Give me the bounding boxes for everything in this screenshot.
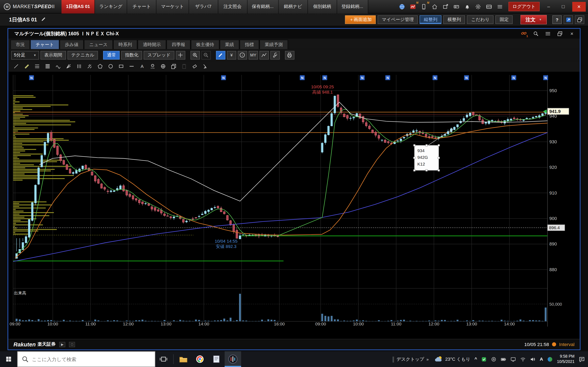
- window-tab-9[interactable]: 指標: [240, 40, 259, 49]
- taskbar-chrome-button[interactable]: [192, 351, 208, 367]
- rect-icon[interactable]: [116, 62, 126, 70]
- home-icon[interactable]: [431, 3, 438, 10]
- wifi-icon[interactable]: [520, 356, 526, 362]
- chart-settings-button[interactable]: [270, 51, 280, 59]
- news-marker[interactable]: N: [29, 75, 34, 80]
- display-period-button[interactable]: 表示期間: [40, 51, 66, 59]
- vlines-icon[interactable]: [74, 62, 84, 70]
- mode-button-2[interactable]: スプレッド: [144, 51, 174, 59]
- market-app-icon[interactable]: N: [409, 3, 416, 10]
- chart-type-button[interactable]: [259, 51, 269, 59]
- hlines-icon[interactable]: [32, 62, 42, 70]
- mypage-manage-button[interactable]: マイページ管理: [378, 15, 418, 24]
- news-marker[interactable]: N: [385, 75, 390, 80]
- text-icon[interactable]: A: [137, 62, 147, 70]
- print-button[interactable]: [285, 51, 294, 59]
- topbar-tab-1[interactable]: ランキング: [95, 0, 127, 13]
- news-marker[interactable]: N: [300, 75, 305, 80]
- mode-button-1[interactable]: 指数化: [121, 51, 142, 59]
- add-window-icon[interactable]: [442, 3, 449, 10]
- taskbar-clock[interactable]: 9:58 PM 10/5/2021: [557, 354, 575, 364]
- ime-mode-icon[interactable]: [547, 356, 553, 362]
- note-annotation[interactable]: 934942GK12: [414, 128, 453, 171]
- link-group-icon[interactable]: 1: [520, 30, 528, 37]
- window-tab-8[interactable]: 業績: [220, 40, 239, 49]
- stamp-icon[interactable]: ICON: [148, 62, 157, 70]
- window-tab-10[interactable]: 業績予測: [259, 40, 288, 49]
- zoom-in-button[interactable]: [190, 51, 200, 59]
- maximize-button[interactable]: □: [558, 2, 569, 11]
- crosshair-button[interactable]: [176, 51, 185, 59]
- tray-expand-icon[interactable]: ^: [475, 357, 477, 362]
- topbar-tab-8[interactable]: 個別銘柄: [308, 0, 337, 13]
- pitchfork-icon[interactable]: [85, 62, 94, 70]
- topbar-tab-2[interactable]: チャート: [127, 0, 156, 13]
- window-titlebar[interactable]: マルチツール(個別銘柄) 1605 ＩＮＰＥＸ Chi-X 1 ×: [8, 29, 580, 39]
- window-close-icon[interactable]: ×: [568, 30, 576, 37]
- window-menu-icon[interactable]: [544, 30, 552, 37]
- taskbar-explorer-button[interactable]: [175, 351, 192, 367]
- topbar-tab-7[interactable]: 銘柄ナビ: [278, 0, 308, 13]
- toolbar-handle[interactable]: ║: [392, 356, 394, 362]
- search-input[interactable]: [17, 352, 155, 367]
- globe-icon[interactable]: [398, 3, 406, 10]
- pin-layout-button[interactable]: 固定: [495, 15, 513, 24]
- topbar-tab-4[interactable]: ザラバ7: [189, 0, 218, 13]
- hlines-dense-icon[interactable]: [43, 62, 52, 70]
- desktop-chevrons-icon[interactable]: »: [426, 357, 429, 361]
- help-button[interactable]: ?: [553, 15, 562, 24]
- news-marker[interactable]: N: [511, 75, 516, 80]
- clear-icon[interactable]: [200, 62, 210, 70]
- tray-app-icon[interactable]: [481, 356, 487, 362]
- tray-camera-icon[interactable]: [491, 356, 497, 362]
- topbar-tab-5[interactable]: 注文照会: [218, 0, 247, 13]
- edit-pencil-icon[interactable]: [40, 16, 46, 23]
- hline-icon[interactable]: [127, 62, 136, 70]
- trendline-icon[interactable]: [11, 62, 21, 70]
- mini-window-button[interactable]: □: [69, 342, 75, 347]
- copy-icon[interactable]: [169, 62, 178, 70]
- mode-button-0[interactable]: 通常: [103, 51, 120, 59]
- symbol-search-icon[interactable]: [532, 30, 540, 37]
- news-marker[interactable]: N: [464, 75, 469, 80]
- custom-layout-button[interactable]: こだわり: [467, 15, 494, 24]
- ime-language-button[interactable]: A: [540, 357, 543, 362]
- window-tab-1[interactable]: チャート: [30, 40, 59, 49]
- news-marker[interactable]: N: [433, 75, 438, 80]
- technical-button[interactable]: テクニカル: [68, 51, 98, 59]
- phone-icon[interactable]: N: [420, 3, 427, 10]
- polygon-icon[interactable]: [95, 62, 105, 70]
- window-layout-button[interactable]: [575, 15, 584, 24]
- start-button[interactable]: [0, 351, 17, 367]
- window-tab-7[interactable]: 株主優待: [191, 40, 219, 49]
- notification-center-icon[interactable]: [579, 356, 585, 362]
- news-marker[interactable]: N: [543, 75, 548, 80]
- draw-pencil-button[interactable]: [216, 51, 225, 59]
- taskbar-search[interactable]: [17, 351, 155, 367]
- window-tab-4[interactable]: 時系列: [113, 40, 138, 49]
- media-icon[interactable]: [452, 3, 460, 10]
- topbar-tab-6[interactable]: 保有銘柄...: [247, 0, 278, 13]
- battery-icon[interactable]: [501, 356, 506, 362]
- volume-icon[interactable]: [530, 356, 536, 362]
- network-icon[interactable]: [510, 356, 516, 362]
- eraser-icon[interactable]: [190, 62, 199, 70]
- taskbar-editor-button[interactable]: [208, 351, 225, 367]
- topbar-tab-3[interactable]: マーケット: [156, 0, 189, 13]
- align-vertical-button[interactable]: 縦整列: [420, 15, 442, 24]
- task-view-button[interactable]: [155, 351, 172, 367]
- settings-icon[interactable]: [474, 3, 482, 10]
- add-screen-button[interactable]: ＋画面追加: [345, 15, 376, 24]
- duplicate-window-icon[interactable]: [556, 30, 564, 37]
- bell-icon[interactable]: [463, 3, 471, 10]
- zoom-out-button[interactable]: [201, 51, 211, 59]
- my-chart-button[interactable]: MY: [249, 51, 258, 59]
- interval-select[interactable]: 5分足▼: [11, 51, 39, 59]
- topbar-tab-9[interactable]: 登録銘柄...: [337, 0, 368, 13]
- align-horizontal-button[interactable]: 横整列: [443, 15, 465, 24]
- news-marker[interactable]: N: [360, 75, 365, 80]
- weather-widget[interactable]: 23°C くもり: [435, 355, 470, 363]
- window-tab-0[interactable]: 市況: [10, 40, 30, 49]
- paste-icon[interactable]: [179, 62, 189, 70]
- pin-icon[interactable]: [158, 62, 168, 70]
